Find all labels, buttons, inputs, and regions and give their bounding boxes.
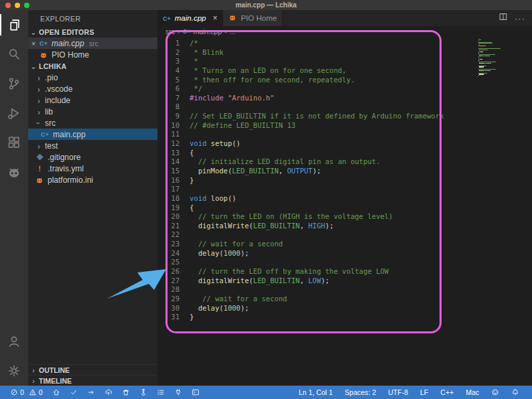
line-text: // turn the LED off by making the voltag… (180, 267, 389, 276)
pio-check-button[interactable] (65, 386, 82, 399)
trash-icon (122, 388, 130, 396)
bell-button[interactable] (505, 386, 525, 399)
status-bar-right: Ln 1, Col 1Spaces: 2UTF-8LFC++Mac (293, 386, 532, 399)
language-mode[interactable]: C++ (434, 386, 460, 399)
platformio-icon (228, 13, 237, 23)
breadcrumb[interactable]: src›C+main.cpp›... (157, 26, 532, 37)
close-editor-icon[interactable]: × (28, 39, 39, 48)
open-editors-section-header[interactable]: ⌄ OPEN EDITORS (28, 26, 157, 37)
keyboard-layout[interactable]: Mac (460, 386, 485, 399)
sidebar-bottom-panels: › OUTLINE › TIMELINE (28, 364, 157, 386)
close-tab-icon[interactable]: × (212, 13, 217, 23)
breadcrumb-item[interactable]: src (165, 27, 175, 35)
code-line-13: 13{ (157, 149, 532, 158)
outline-panel-header[interactable]: › OUTLINE (28, 364, 157, 375)
pio-home-button[interactable] (48, 386, 65, 399)
breadcrumb-item[interactable]: ... (230, 27, 236, 35)
encoding-label: UTF-8 (388, 388, 408, 396)
feedback-button[interactable] (485, 386, 505, 399)
timeline-panel-header[interactable]: › TIMELINE (28, 375, 157, 386)
activity-bar-source-control-icon[interactable] (0, 69, 28, 98)
keyboard-layout-label: Mac (466, 388, 479, 396)
terminal-icon (192, 388, 200, 396)
code-line-11: 11 (157, 130, 532, 139)
encoding[interactable]: UTF-8 (382, 386, 414, 399)
activity-bar-extensions-icon[interactable] (0, 128, 28, 157)
line-text: } (180, 176, 194, 185)
chevron-right-icon: › (36, 106, 43, 116)
home-icon (52, 388, 60, 396)
code-line-25: 25 (157, 258, 532, 267)
line-number: 29 (157, 295, 180, 304)
tree-item-include[interactable]: ›include (28, 94, 157, 106)
tree-item-test[interactable]: ›test (28, 140, 157, 151)
more-actions-icon[interactable]: ··· (515, 13, 525, 23)
eol[interactable]: LF (414, 386, 434, 399)
line-number: 7 (157, 94, 180, 103)
pio-trash-button[interactable] (117, 386, 135, 399)
tree-item-label: .vscode (45, 84, 72, 94)
line-text: pinMode(LED_BUILTIN, OUTPUT); (180, 167, 321, 176)
pio-terminal-button[interactable] (187, 386, 204, 399)
open-editors-label: OPEN EDITORS (39, 28, 94, 36)
open-editor-item-main-cpp[interactable]: ×C+main.cppsrc (28, 37, 157, 49)
zoom-window-button[interactable] (24, 3, 29, 8)
eol-label: LF (420, 388, 428, 396)
line-number: 23 (157, 240, 180, 249)
line-text (180, 285, 190, 295)
project-section-header[interactable]: ⌄ LCHIKA (28, 60, 157, 72)
tab-main-cpp[interactable]: C+main.cpp× (157, 10, 223, 26)
window-controls (5, 3, 29, 8)
open-editor-label: main.cpp (52, 39, 84, 48)
line-number: 19 (157, 204, 180, 213)
tree-item-label: .travis.yml (48, 164, 84, 173)
tree-item-label: .gitignore (48, 153, 80, 162)
code-line-6: 6 */ (157, 84, 532, 94)
activity-bar-search-icon[interactable] (0, 39, 28, 69)
file-tree: ›.pio›.vscode›include›lib›srcC+main.cpp›… (28, 72, 157, 185)
minimap[interactable] (478, 38, 509, 76)
activity-bar-platformio-icon[interactable] (0, 157, 28, 187)
tree-item-lib[interactable]: ›lib (28, 106, 157, 117)
line-number: 25 (157, 258, 180, 267)
cursor-position[interactable]: Ln 1, Col 1 (293, 386, 339, 399)
chevron-right-icon: › (36, 72, 43, 82)
line-text: * Turns on an LED on for one second, (180, 66, 346, 76)
pio-beaker-button[interactable] (135, 386, 152, 399)
problems-indicator[interactable]: 00 (5, 386, 48, 399)
tree-item--travis-yml[interactable]: !.travis.yml (28, 163, 157, 174)
activity-bar-settings-icon[interactable] (0, 356, 28, 386)
pio-cloud-upload-button[interactable] (100, 386, 117, 399)
pio-checklist-button[interactable] (152, 386, 170, 399)
activity-bar-account-icon[interactable] (0, 327, 28, 356)
activity-bar-run-debug-icon[interactable] (0, 98, 28, 128)
line-text: digitalWrite(LED_BUILTIN, LOW); (180, 276, 330, 286)
tree-item-src[interactable]: ›src (28, 117, 157, 129)
line-text: // #define LED_BUILTIN 13 (180, 121, 295, 131)
tree-item-label: lib (45, 107, 53, 116)
code-editor[interactable]: 1/*2 * Blink3 *4 * Turns on an LED on fo… (157, 37, 532, 386)
open-editor-label: PIO Home (52, 50, 89, 60)
tree-item-main-cpp[interactable]: C+main.cpp (28, 129, 157, 140)
tree-item--vscode[interactable]: ›.vscode (28, 83, 157, 94)
indentation[interactable]: Spaces: 2 (339, 386, 383, 399)
breadcrumb-item[interactable]: main.cpp (193, 27, 222, 35)
tree-item--pio[interactable]: ›.pio (28, 72, 157, 83)
split-editor-icon[interactable] (498, 12, 508, 24)
tree-item--gitignore[interactable]: .gitignore (28, 151, 157, 163)
chevron-right-icon: › (28, 366, 39, 374)
code-line-8: 8 (157, 102, 532, 112)
tree-item-platformio-ini[interactable]: platformio.ini (28, 174, 157, 185)
line-number: 17 (157, 185, 180, 194)
chevron-down-icon: ⌄ (28, 62, 39, 70)
arrow-right-icon (87, 388, 95, 396)
minimize-window-button[interactable] (15, 3, 20, 8)
line-text: } (180, 313, 194, 322)
open-editor-item-pio-home[interactable]: PIO Home (28, 49, 157, 60)
line-text: { (180, 204, 194, 213)
close-window-button[interactable] (5, 3, 11, 8)
activity-bar-explorer-icon[interactable] (0, 10, 28, 39)
tab-pio-home[interactable]: PIO Home (223, 10, 283, 26)
pio-arrow-right-button[interactable] (82, 386, 100, 399)
pio-plug-button[interactable] (170, 386, 187, 399)
